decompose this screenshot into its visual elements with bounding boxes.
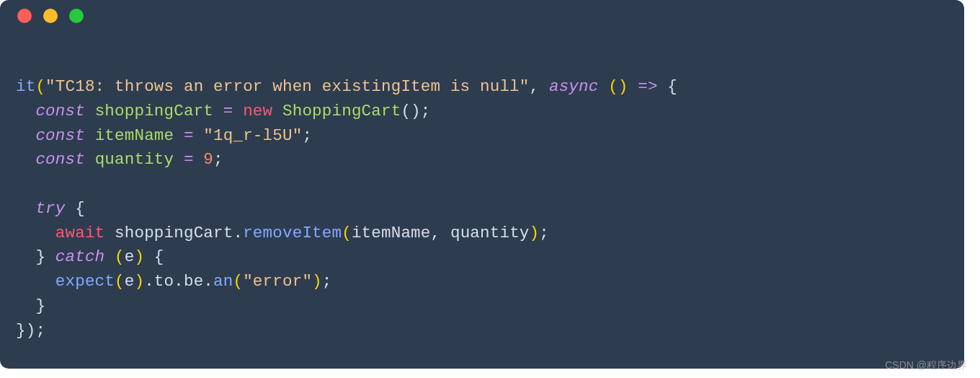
- kw-new: new: [243, 102, 272, 120]
- class-shoppingcart: ShoppingCart: [282, 102, 401, 120]
- kw-catch: catch: [55, 247, 105, 266]
- kw-await: await: [55, 224, 105, 242]
- test-name-string: "TC18: throws an error when existingItem…: [45, 77, 529, 96]
- method-an: an: [213, 272, 233, 291]
- maximize-icon[interactable]: [69, 9, 84, 23]
- catch-param: e: [125, 247, 135, 266]
- num-quantity: 9: [203, 150, 213, 169]
- code-window: it("TC18: throws an error when existingI…: [0, 0, 964, 369]
- str-itemname-value: "1q_r-l5U": [203, 126, 302, 145]
- var-itemname: itemName: [95, 126, 174, 145]
- minimize-icon[interactable]: [43, 9, 58, 23]
- kw-try: try: [35, 199, 65, 218]
- var-shoppingcart: shoppingCart: [95, 102, 213, 120]
- fn-it: it: [16, 77, 35, 96]
- window-titlebar: [0, 0, 964, 32]
- method-removeitem: removeItem: [243, 224, 342, 242]
- code-area: it("TC18: throws an error when existingI…: [0, 32, 964, 343]
- close-icon[interactable]: [17, 9, 32, 23]
- code-block: it("TC18: throws an error when existingI…: [16, 75, 948, 343]
- watermark-text: CSDN @程序边界: [885, 359, 967, 372]
- kw-const: const: [35, 102, 85, 120]
- fn-expect: expect: [55, 272, 115, 291]
- str-error: "error": [243, 272, 312, 291]
- var-quantity: quantity: [95, 150, 174, 169]
- kw-async: async: [549, 77, 599, 96]
